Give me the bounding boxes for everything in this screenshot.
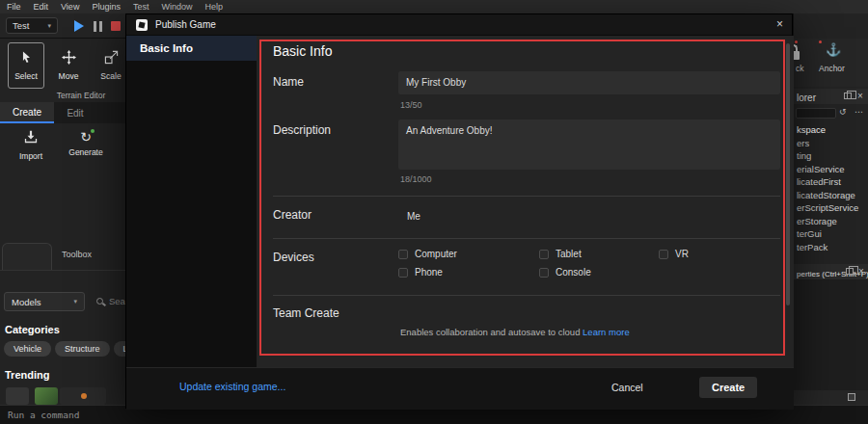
divider	[273, 238, 780, 239]
cancel-button[interactable]: Cancel	[611, 382, 643, 393]
overflow-menu-icon[interactable]: ⋯	[854, 107, 863, 117]
devices-label: Devices	[273, 251, 314, 264]
tree-item[interactable]: erStorage	[794, 215, 868, 228]
menu-item-plugins[interactable]: Plugins	[92, 2, 121, 12]
move-tool-label: Move	[59, 71, 79, 81]
explorer-title: lorer	[794, 93, 816, 103]
tree-item[interactable]: ers	[794, 137, 868, 150]
explorer-filter-row: ↺ ⋯	[794, 106, 868, 121]
device-checkbox-console[interactable]: Console	[539, 267, 591, 278]
menu-item-file[interactable]: File	[7, 2, 21, 12]
close-panel-icon[interactable]: ×	[858, 264, 864, 279]
divider	[273, 295, 780, 296]
ribbon-right: ck ⚓ Anchor	[794, 39, 868, 87]
tab-edit[interactable]: Edit	[54, 102, 96, 123]
creator-label: Creator	[273, 208, 312, 222]
category-structure[interactable]: Structure	[55, 341, 110, 357]
checkbox-icon	[659, 250, 668, 259]
select-tool-button[interactable]: Select	[8, 42, 44, 89]
creator-value: Me	[407, 211, 420, 222]
description-label: Description	[273, 123, 331, 137]
float-window-icon[interactable]	[844, 93, 852, 99]
lock-button[interactable]: ck	[796, 64, 804, 73]
device-checkbox-vr[interactable]: VR	[659, 249, 689, 259]
tree-item[interactable]: erialService	[794, 163, 868, 176]
properties-header: perties (Ctrl+Shift+P) ×	[794, 264, 868, 279]
tree-item[interactable]: kspace	[794, 123, 868, 137]
name-label: Name	[273, 75, 304, 89]
dialog-titlebar: Publish Game	[126, 14, 792, 36]
update-existing-game-link[interactable]: Update existing game...	[179, 381, 285, 392]
float-window-icon[interactable]	[846, 268, 854, 275]
bottom-panel-strip	[794, 390, 868, 405]
test-mode-dropdown[interactable]: Test ▾	[6, 17, 58, 34]
learn-more-link[interactable]: Learn more	[583, 327, 630, 337]
publish-game-dialog: Publish Game × Basic Info Basic Info Nam…	[125, 13, 793, 409]
history-icon[interactable]: ↺	[839, 107, 847, 117]
checkbox-icon	[539, 250, 549, 259]
roblox-studio-window: File Edit View Plugins Test Window Help …	[0, 0, 868, 424]
explorer-tree: kspace ers ting erialService licatedFirs…	[794, 123, 868, 253]
checkbox-icon	[398, 268, 408, 278]
select-tool-label: Select	[14, 71, 38, 81]
close-panel-icon[interactable]: ×	[857, 89, 863, 104]
left-dock: Select Move Scale Terrain Editor Create …	[0, 39, 125, 405]
test-mode-label: Test	[13, 20, 29, 31]
terrain-editor-title: Terrain Editor	[0, 90, 125, 102]
move-tool-button[interactable]: Move	[50, 42, 87, 89]
generate-button[interactable]: ↻ Generate	[58, 129, 114, 172]
right-dock: ck ⚓ Anchor lorer × ↺ ⋯ kspace ers ting …	[793, 13, 868, 405]
menu-item-edit[interactable]: Edit	[34, 2, 49, 12]
terrain-tabs: Create Edit	[0, 102, 125, 123]
asset-thumbnail[interactable]	[60, 387, 106, 405]
menu-item-help[interactable]: Help	[204, 2, 223, 12]
models-dropdown-label: Models	[12, 297, 41, 307]
tree-item[interactable]: licatedStorage	[794, 189, 868, 202]
models-dropdown[interactable]: Models ▾	[4, 292, 85, 311]
name-input[interactable]: My First Obby	[398, 71, 780, 94]
menu-item-view[interactable]: View	[61, 2, 79, 12]
dialog-close-icon[interactable]: ×	[776, 17, 783, 31]
dialog-scrollbar[interactable]	[786, 43, 790, 305]
menu-item-window[interactable]: Window	[161, 2, 192, 12]
tree-item[interactable]: ting	[794, 149, 868, 163]
lock-icon	[793, 44, 800, 60]
stop-button[interactable]	[111, 21, 121, 31]
description-input[interactable]: An Adventure Obby!	[398, 119, 780, 170]
dialog-title: Publish Game	[155, 19, 216, 30]
explorer-header: lorer ×	[794, 89, 868, 104]
search-icon[interactable]	[96, 298, 103, 305]
categories-heading: Categories	[5, 324, 60, 335]
category-light[interactable]: Li	[114, 341, 125, 357]
tree-item[interactable]: licatedFirst	[794, 175, 868, 189]
trending-heading: Trending	[5, 369, 49, 381]
tree-item[interactable]: erScriptService	[794, 201, 868, 215]
roblox-logo-icon	[136, 19, 148, 31]
device-checkbox-tablet[interactable]: Tablet	[539, 249, 582, 259]
move-arrows-icon	[62, 50, 76, 68]
category-vehicle[interactable]: Vehicle	[4, 341, 51, 357]
nav-basic-info[interactable]: Basic Info	[126, 36, 257, 61]
panel-icon[interactable]	[848, 393, 855, 401]
toolbox-panel-tab[interactable]	[2, 243, 52, 270]
tree-item[interactable]: terGui	[794, 227, 868, 241]
search-input[interactable]: Sea	[109, 296, 125, 306]
play-button[interactable]	[74, 20, 84, 32]
create-button[interactable]: Create	[699, 377, 757, 398]
toolbox-title: Toolbox	[62, 250, 92, 259]
scale-tool-button[interactable]: Scale	[93, 42, 125, 89]
asset-thumbnail[interactable]	[35, 387, 58, 405]
device-checkbox-phone[interactable]: Phone	[398, 267, 443, 278]
category-pills: Vehicle Structure Li	[4, 341, 125, 357]
select-cursor-icon	[19, 50, 33, 68]
asset-thumbnail[interactable]	[6, 387, 29, 405]
tab-create[interactable]: Create	[0, 102, 54, 123]
anchor-button[interactable]: Anchor	[819, 64, 845, 73]
menu-item-test[interactable]: Test	[133, 2, 149, 12]
device-checkbox-computer[interactable]: Computer	[398, 249, 457, 259]
dialog-footer: Update existing game... Cancel Create	[126, 367, 794, 410]
pause-button[interactable]	[94, 21, 102, 32]
filter-input[interactable]	[796, 108, 836, 119]
tree-item[interactable]: terPack	[794, 241, 868, 254]
import-button[interactable]: Import	[10, 129, 52, 172]
